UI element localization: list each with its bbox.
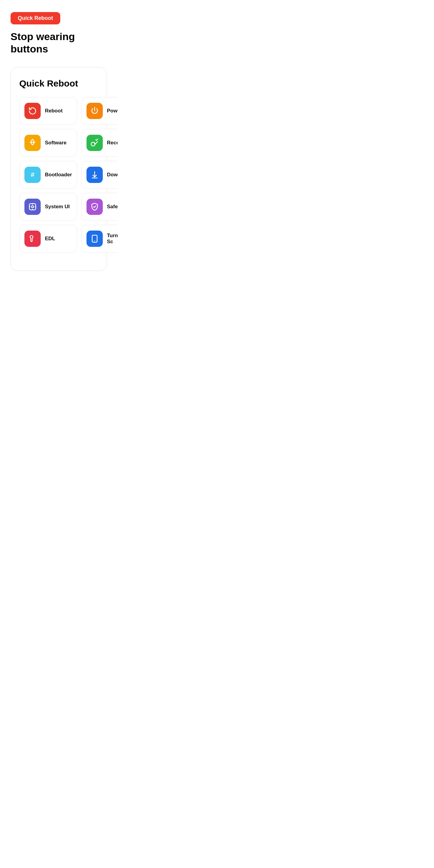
systemui-button[interactable]: System UI bbox=[19, 193, 77, 221]
poweroff-button[interactable]: Power Off bbox=[82, 97, 118, 125]
quick-reboot-card: Quick Reboot Reboot Power Off Software bbox=[10, 67, 107, 271]
reboot-icon bbox=[24, 103, 41, 119]
systemui-icon bbox=[24, 198, 41, 215]
recovery-button[interactable]: Recovery bbox=[82, 129, 118, 157]
poweroff-label: Power Off bbox=[107, 108, 118, 114]
main-title: Stop wearing buttons bbox=[10, 30, 107, 55]
recovery-icon bbox=[87, 135, 103, 151]
card-title: Quick Reboot bbox=[19, 79, 98, 89]
reboot-button[interactable]: Reboot bbox=[19, 97, 77, 125]
bootloader-icon: # bbox=[24, 167, 41, 183]
download-icon bbox=[87, 167, 103, 183]
bootloader-label: Bootloader bbox=[45, 172, 72, 178]
safe-label: Safe bbox=[107, 204, 118, 210]
download-label: Download bbox=[107, 172, 118, 178]
poweroff-icon bbox=[87, 103, 103, 119]
edl-label: EDL bbox=[45, 236, 55, 242]
software-button[interactable]: Software bbox=[19, 129, 77, 157]
download-button[interactable]: Download bbox=[82, 161, 118, 189]
turnoffsc-icon bbox=[87, 230, 103, 247]
systemui-label: System UI bbox=[45, 204, 70, 210]
reboot-grid: Reboot Power Off Software Recovery bbox=[19, 97, 98, 253]
software-label: Software bbox=[45, 140, 67, 146]
svg-point-2 bbox=[32, 206, 34, 208]
reboot-label: Reboot bbox=[45, 108, 63, 114]
turnoffsc-label: Turn Off Sc bbox=[107, 233, 118, 245]
safe-button[interactable]: Safe bbox=[82, 193, 118, 221]
safe-icon bbox=[87, 198, 103, 215]
header-badge: Quick Reboot bbox=[10, 12, 60, 24]
turnoffsc-button[interactable]: Turn Off Sc bbox=[82, 225, 118, 253]
edl-icon bbox=[24, 230, 41, 247]
software-icon bbox=[24, 135, 41, 151]
bootloader-button[interactable]: # Bootloader bbox=[19, 161, 77, 189]
edl-button[interactable]: EDL bbox=[19, 225, 77, 253]
recovery-label: Recovery bbox=[107, 140, 118, 146]
